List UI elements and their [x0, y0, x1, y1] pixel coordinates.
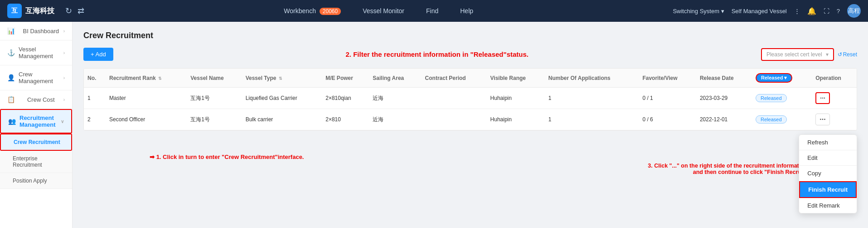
back-icon[interactable]: ↻: [65, 6, 72, 16]
sidebar-item-recruitment-management[interactable]: 👥 Recruitment Management ∨: [0, 109, 72, 134]
data-table: No. Recruitment Rank ⇅ Vessel Name Vesse…: [83, 68, 857, 131]
vessel-management-icon: ⚓: [7, 49, 15, 56]
cell-me-power: 2×810: [322, 109, 369, 130]
sub-item-position-apply[interactable]: Position Apply: [0, 173, 72, 189]
layout: 📊 BI Dashboard › ⚓ Vessel Management › 👤…: [0, 22, 868, 228]
nav-workbench[interactable]: Workbench 20060: [280, 5, 344, 16]
col-release-date: Release Date: [696, 69, 752, 88]
dropdown-item-edit[interactable]: Edit: [799, 150, 857, 166]
switching-system[interactable]: Switching System ▾: [673, 8, 724, 15]
sub-item-crew-recruitment[interactable]: Crew Recruitment: [0, 134, 72, 151]
col-vessel-name: Vessel Name: [187, 69, 242, 88]
page-title: Crew Recruitment: [83, 31, 857, 40]
sidebar-item-vessel-management[interactable]: ⚓ Vessel Management ›: [0, 40, 72, 65]
cell-vessel-type: Liquefied Gas Carrier: [242, 88, 322, 109]
annotation-filter-text: 2. Filter the recruitment information in…: [346, 50, 529, 58]
chevron-icon: ›: [63, 50, 65, 55]
nav-vessel-monitor[interactable]: Vessel Monitor: [359, 5, 408, 16]
settings-icon[interactable]: ⋮: [794, 8, 800, 15]
col-contract-period: Contract Period: [422, 69, 487, 88]
nav-history-icons[interactable]: ↻ ⇄: [65, 6, 84, 16]
annotation-click-text: ➡ 1. Click in turn to enter "Crew Recrui…: [150, 154, 304, 160]
operation-dots-button-2[interactable]: ···: [815, 114, 829, 125]
sort-icon-rank[interactable]: ⇅: [158, 76, 162, 81]
reset-icon: ↺: [838, 51, 842, 58]
col-favorite-view: Favorite/View: [639, 69, 696, 88]
cert-level-select[interactable]: Please select cert level ▾: [761, 48, 834, 61]
sidebar-label-vessel-management: Vessel Management: [19, 46, 63, 59]
cell-vessel-type: Bulk carrier: [242, 109, 322, 130]
col-me-power: M/E Power: [322, 69, 369, 88]
sub-item-enterprise-recruitment[interactable]: Enterprise Recruitment: [0, 151, 72, 173]
cell-contract-period: [422, 88, 487, 109]
workbench-badge: 20060: [320, 8, 341, 15]
col-operation: Operation: [812, 69, 857, 88]
cell-favorite-view: 0 / 1: [639, 88, 696, 109]
cell-operation[interactable]: ···: [812, 88, 857, 109]
sidebar-item-crew-management[interactable]: 👤 Crew Management ›: [0, 65, 72, 90]
col-released[interactable]: Released ▾: [752, 69, 812, 88]
col-rank: Recruitment Rank ⇅: [106, 69, 187, 88]
status-badge: Released: [756, 115, 786, 124]
cert-placeholder: Please select cert level: [766, 51, 822, 58]
dropdown-item-copy[interactable]: Copy: [799, 166, 857, 181]
logo-icon: 互: [7, 4, 22, 18]
cell-status: Released: [752, 109, 812, 130]
dropdown-item-edit-remark[interactable]: Edit Remark: [799, 198, 857, 213]
chevron-icon-open: ∨: [61, 119, 64, 124]
status-badge: Released: [756, 94, 786, 102]
notification-bell-icon[interactable]: 🔔: [807, 7, 816, 15]
sub-menu-recruitment: Crew Recruitment Enterprise Recruitment …: [0, 134, 72, 189]
reset-button[interactable]: ↺ Reset: [838, 51, 857, 58]
cell-operation[interactable]: ···: [812, 109, 857, 130]
cell-status: Released: [752, 88, 812, 109]
cell-vessel-name: 互海1号: [187, 109, 242, 130]
sidebar: 📊 BI Dashboard › ⚓ Vessel Management › 👤…: [0, 22, 73, 228]
cell-sailing-area: 近海: [369, 88, 421, 109]
chevron-icon: ›: [63, 97, 65, 102]
cell-vessel-name: 互海1号: [187, 88, 242, 109]
col-vessel-type: Vessel Type ⇅: [242, 69, 322, 88]
operation-dropdown: Refresh Edit Copy Finish Recruit Edit Re…: [799, 134, 857, 213]
self-managed-vessel[interactable]: Self Managed Vessel: [732, 8, 787, 15]
bi-dashboard-icon: 📊: [7, 27, 15, 35]
cell-sailing-area: 近海: [369, 109, 421, 130]
add-button[interactable]: + Add: [83, 48, 113, 61]
cell-rank: Second Officer: [106, 109, 187, 130]
sidebar-item-crew-cost[interactable]: 📋 Crew Cost ›: [0, 90, 72, 109]
cell-no: 1: [84, 88, 106, 109]
sidebar-item-bi-dashboard[interactable]: 📊 BI Dashboard ›: [0, 22, 72, 40]
fullscreen-icon[interactable]: ⛶: [824, 8, 829, 15]
avatar[interactable]: 高程: [847, 4, 861, 18]
cell-visible-range: Huhaipin: [487, 88, 545, 109]
chevron-icon: ›: [63, 29, 65, 34]
logo: 互 互海科技: [7, 4, 54, 18]
top-nav: 互 互海科技 ↻ ⇄ Workbench 20060 Vessel Monito…: [0, 0, 868, 22]
nav-center: Workbench 20060 Vessel Monitor Find Help: [95, 5, 662, 16]
cell-no: 2: [84, 109, 106, 130]
nav-help[interactable]: Help: [456, 5, 477, 16]
cell-applications: 1: [545, 109, 639, 130]
col-visible-range: Visible Range: [487, 69, 545, 88]
chevron-icon: ›: [63, 75, 65, 80]
col-no: No.: [84, 69, 106, 88]
dropdown-item-refresh[interactable]: Refresh: [799, 135, 857, 150]
operation-dots-button[interactable]: ···: [815, 92, 830, 104]
annotation-dots-text: 3. Click "..." on the right side of the …: [648, 163, 809, 175]
released-filter-badge[interactable]: Released ▾: [756, 73, 792, 83]
toolbar: + Add 2. Filter the recruitment informat…: [83, 48, 857, 61]
forward-icon[interactable]: ⇄: [78, 6, 84, 16]
nav-find[interactable]: Find: [422, 5, 442, 16]
cell-favorite-view: 0 / 6: [639, 109, 696, 130]
crew-cost-icon: 📋: [7, 96, 15, 103]
cell-me-power: 2×810qian: [322, 88, 369, 109]
sort-icon-type[interactable]: ⇅: [279, 76, 282, 81]
company-name: 互海科技: [25, 6, 54, 16]
help-circle-icon[interactable]: ?: [837, 8, 840, 15]
table-header-row: No. Recruitment Rank ⇅ Vessel Name Vesse…: [84, 69, 857, 88]
filter-group: Please select cert level ▾ ↺ Reset: [761, 48, 857, 61]
sidebar-label-crew-management: Crew Management: [19, 71, 63, 84]
sidebar-label-bi-dashboard: BI Dashboard: [23, 28, 59, 35]
dropdown-item-finish-recruit[interactable]: Finish Recruit: [799, 181, 857, 198]
cell-visible-range: Huhaipin: [487, 109, 545, 130]
